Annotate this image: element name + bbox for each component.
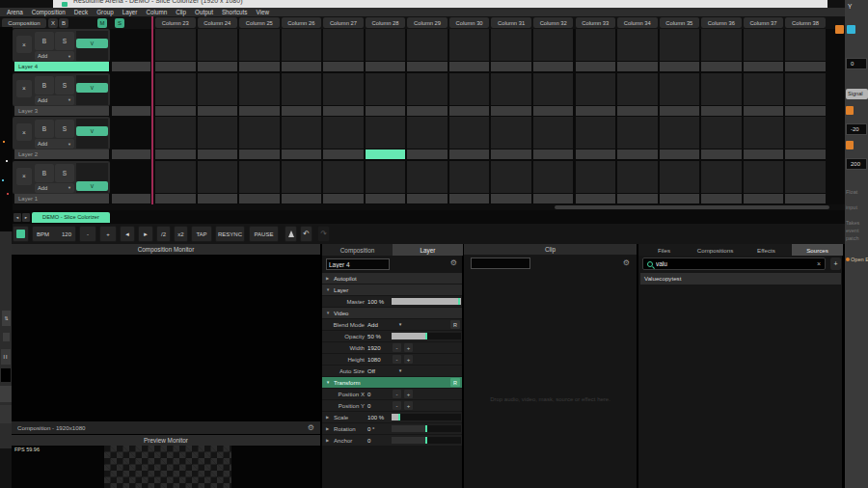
layer-bypass-button[interactable]: B: [35, 120, 54, 138]
clip-cell[interactable]: [785, 161, 826, 193]
composition-master-button[interactable]: M: [97, 18, 107, 28]
clip-cell[interactable]: [744, 73, 784, 105]
clip-strip[interactable]: [449, 62, 490, 71]
composition-clear-button[interactable]: X: [48, 18, 58, 28]
clip-cell[interactable]: [576, 73, 616, 105]
clip-strip[interactable]: [198, 106, 238, 116]
section-layer[interactable]: Layer: [322, 285, 462, 295]
scale-slider[interactable]: [392, 414, 461, 420]
layer-solo-button[interactable]: S: [55, 32, 74, 50]
clip-cell[interactable]: [407, 117, 448, 149]
layer-blend-dropdown[interactable]: Add: [35, 139, 74, 149]
chevron-down-icon[interactable]: [398, 366, 402, 376]
layer-name-label[interactable]: Layer 1: [14, 194, 109, 203]
layer-blend-dropdown[interactable]: Add: [35, 51, 74, 61]
bpm-decrease-button[interactable]: -: [79, 226, 96, 242]
clip-strip[interactable]: [744, 149, 784, 159]
clip-cell[interactable]: [239, 161, 280, 193]
clip-cell[interactable]: [155, 161, 196, 193]
rotation-value[interactable]: 0 °: [367, 423, 375, 434]
menu-clip[interactable]: Clip: [176, 8, 186, 16]
expand-arrow-icon[interactable]: [326, 423, 329, 434]
column-header-column-34[interactable]: Column 34: [617, 17, 658, 28]
layer-transition-fader[interactable]: V: [76, 39, 108, 48]
column-header-column-29[interactable]: Column 29: [407, 17, 448, 28]
column-header-column-25[interactable]: Column 25: [239, 17, 280, 28]
clip-cell[interactable]: [491, 29, 531, 61]
clip-strip[interactable]: [282, 106, 322, 116]
clip-cell[interactable]: [239, 117, 280, 149]
clip-strip[interactable]: [533, 149, 574, 159]
column-header-column-31[interactable]: Column 31: [491, 17, 531, 28]
clip-cell[interactable]: [701, 117, 742, 149]
pause-button[interactable]: PAUSE: [249, 226, 279, 242]
clip-strip[interactable]: [449, 106, 490, 116]
deck-tab-active[interactable]: DEMO - Slice Colorizer: [32, 212, 110, 224]
open-link[interactable]: Open E: [846, 257, 868, 262]
clip-strip[interactable]: [744, 106, 784, 116]
increment-button[interactable]: +: [404, 355, 413, 364]
search-result-item[interactable]: Valuecopytest: [640, 273, 841, 285]
clip-strip[interactable]: [366, 106, 406, 116]
layer-solo-button[interactable]: S: [55, 120, 74, 138]
clip-cell[interactable]: [282, 73, 322, 105]
increment-button[interactable]: +: [404, 343, 413, 352]
column-header-column-36[interactable]: Column 36: [701, 17, 742, 28]
clip-strip[interactable]: [533, 62, 574, 71]
clip-strip[interactable]: [576, 149, 616, 159]
menu-composition[interactable]: Composition: [32, 8, 66, 16]
clip-strip[interactable]: [617, 62, 658, 71]
deck-next-button[interactable]: [22, 213, 30, 222]
composition-bypass-button[interactable]: B: [59, 18, 68, 28]
position-y-value[interactable]: 0: [367, 400, 370, 411]
layer-name-input[interactable]: [326, 258, 390, 270]
clip-cell[interactable]: [282, 161, 322, 193]
chevron-down-icon[interactable]: [398, 319, 402, 330]
clip-strip[interactable]: [239, 106, 280, 116]
increment-button[interactable]: +: [404, 401, 413, 410]
tab-sources[interactable]: Sources: [792, 244, 843, 256]
reset-button[interactable]: R: [450, 320, 460, 329]
clip-cell[interactable]: [660, 117, 700, 149]
gear-icon[interactable]: [308, 424, 314, 432]
clip-strip[interactable]: [701, 62, 742, 71]
width-value[interactable]: 1920: [367, 342, 381, 353]
column-header-column-24[interactable]: Column 24: [198, 17, 238, 28]
clip-strip[interactable]: [785, 194, 826, 203]
clip-strip[interactable]: [785, 149, 826, 159]
layer-clear-button[interactable]: ×: [16, 168, 32, 185]
clip-strip[interactable]: [198, 194, 238, 203]
clip-strip[interactable]: [744, 62, 784, 71]
deck-previous-button[interactable]: [14, 213, 21, 222]
clip-cell[interactable]: [617, 161, 658, 193]
clip-cell[interactable]: [785, 29, 826, 61]
column-header-column-32[interactable]: Column 32: [533, 17, 574, 28]
clip-cell[interactable]: [576, 29, 616, 61]
value-field[interactable]: 0: [846, 58, 867, 69]
clip-strip[interactable]: [660, 149, 700, 159]
clip-strip[interactable]: [617, 149, 658, 159]
clear-search-icon[interactable]: ×: [817, 258, 821, 269]
clip-strip[interactable]: [660, 194, 700, 203]
value-field[interactable]: -20: [846, 123, 867, 135]
bpm-display[interactable]: BPM 120: [32, 226, 76, 242]
clip-strip[interactable]: [407, 149, 448, 159]
tab-composition[interactable]: Composition: [322, 244, 393, 256]
clip-strip[interactable]: [576, 62, 616, 71]
clip-strip[interactable]: [617, 194, 658, 203]
clip-strip[interactable]: [282, 149, 322, 159]
clip-cell[interactable]: [576, 161, 616, 193]
search-input[interactable]: [656, 258, 810, 269]
opacity-value[interactable]: 50 %: [367, 331, 381, 341]
clip-strip[interactable]: [366, 62, 406, 71]
clip-strip[interactable]: [323, 106, 364, 116]
clip-strip[interactable]: [407, 194, 448, 203]
column-header-column-30[interactable]: Column 30: [449, 17, 490, 28]
clip-cell[interactable]: [407, 29, 448, 61]
layer-transition-fader[interactable]: V: [76, 83, 108, 93]
clip-cell[interactable]: [617, 73, 658, 105]
layer-bypass-button[interactable]: B: [35, 32, 54, 50]
menu-deck[interactable]: Deck: [74, 8, 88, 16]
menu-arena[interactable]: Arena: [7, 8, 23, 16]
clip-strip[interactable]: [449, 149, 490, 159]
